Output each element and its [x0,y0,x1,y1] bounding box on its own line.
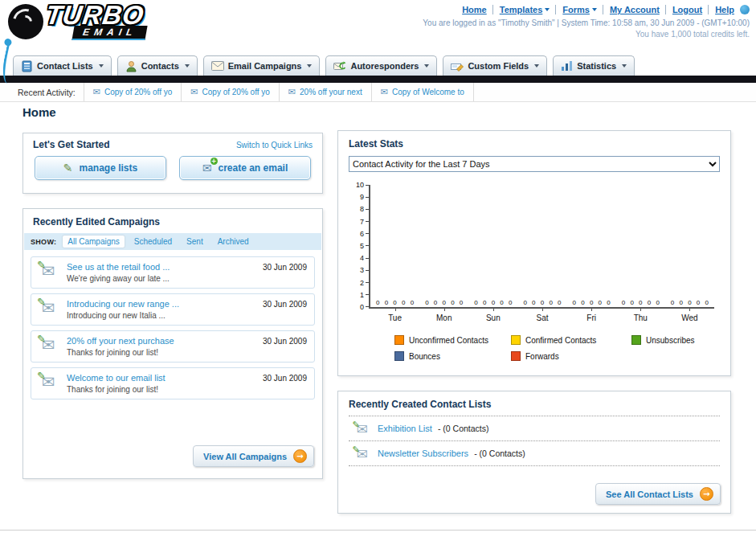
legend-item: Forwards [511,351,631,361]
nav-tab-contact-lists[interactable]: Contact Lists [13,55,112,76]
stats-period-select[interactable]: Contact Activity for the Last 7 Days [349,156,720,172]
chart-value-labels: 0 0 0 0 0 [468,299,517,306]
campaign-title-link[interactable]: Introducing our new range ... [67,299,251,309]
chevron-down-icon [592,8,597,11]
chart-bar-group: 0 0 0 0 0 [370,185,419,307]
email-campaigns-icon [211,61,224,71]
recent-activity-item[interactable]: ✉ Copy of 20% off yo [84,83,182,101]
legend-item: Confirmed Contacts [511,335,631,345]
chart-x-axis: TueMonSunSatFriThuWed [370,309,714,322]
contact-list-count: - (0 Contacts) [474,449,525,458]
email-icon: ✉ [190,87,198,97]
contact-list-link[interactable]: Exhibition List [378,424,432,433]
recent-campaigns-title: Recently Edited Campaigns [23,209,322,233]
chevron-down-icon [622,64,627,68]
campaign-row[interactable]: ✉✎ See us at the retail food ... We're g… [31,256,315,289]
legend-label: Unsubscribes [646,336,695,345]
campaign-subtitle: Introducing our new Italia ... [67,311,251,320]
campaign-date: 30 Jun 2009 [263,300,307,309]
recent-activity-item[interactable]: ✉ 20% off your next [279,83,371,101]
page-title: Home [22,105,56,119]
recent-activity-item[interactable]: ✉ Copy of 20% off yo [181,83,279,101]
create-email-button[interactable]: ✉+ create an email [179,156,311,180]
recent-activity-bar: Recent Activity: ✉ Copy of 20% off yo ✉ … [0,83,756,102]
campaign-filter-tab[interactable]: All Campaigns [63,236,124,248]
nav-tab-email-campaigns[interactable]: Email Campaigns [203,55,321,76]
main-nav: Contact Lists Contacts Email Campaigns A… [13,55,635,76]
switch-quick-links-link[interactable]: Switch to Quick Links [236,141,313,150]
manage-lists-button[interactable]: ✎ manage lists [35,156,166,180]
recent-activity-link[interactable]: 20% off your next [300,88,362,96]
nav-tab-custom-fields[interactable]: Custom Fields [443,55,547,76]
top-nav-link[interactable]: Forms [555,5,597,14]
get-started-panel: Let's Get Started Switch to Quick Links … [22,133,323,194]
view-all-campaigns-button[interactable]: View All Campaigns → [193,445,314,467]
contacts-icon [125,60,137,72]
nav-tab-autoresponders[interactable]: Autoresponders [325,55,437,76]
latest-stats-panel: Latest Stats Contact Activity for the La… [337,130,731,376]
campaign-title-link[interactable]: Welcome to our email list [67,373,251,383]
chart-value-labels: 0 0 0 0 0 [517,299,566,306]
chart-plot-area: 0 0 0 0 00 0 0 0 00 0 0 0 00 0 0 0 00 0 … [369,185,714,309]
campaign-date: 30 Jun 2009 [263,337,307,346]
top-nav-link[interactable]: Home [462,5,487,14]
nav-tab-label: Contact Lists [37,61,93,71]
campaign-filter-tab[interactable]: Sent [182,236,208,248]
campaign-date: 30 Jun 2009 [263,263,307,272]
recent-activity-link[interactable]: Copy of 20% off yo [202,88,270,96]
legend-item: Bounces [394,351,511,361]
campaign-filter-tab[interactable]: Scheduled [129,236,177,248]
chart-x-label: Sun [468,309,517,322]
contact-list-item: ✉✎ Exhibition List - (0 Contacts) [349,416,720,440]
campaign-title-link[interactable]: See us at the retail food ... [67,262,251,272]
top-nav-link-label: Forms [562,5,590,14]
top-nav-link[interactable]: My Account [603,5,660,14]
recent-activity-link[interactable]: Copy of Welcome to [392,88,464,96]
campaign-filter-tabs: All Campaigns Scheduled Sent Archived [63,236,253,248]
show-label: SHOW: [31,238,56,246]
pencil-icon: ✎ [63,162,73,174]
chart-bar-group: 0 0 0 0 0 [517,185,566,307]
chart-value-labels: 0 0 0 0 0 [419,299,468,306]
help-bubble-icon[interactable] [740,5,750,14]
header-right: Home Templates Forms My Account Logout H… [423,5,750,39]
recent-activity-link[interactable]: Copy of 20% off yo [104,88,172,96]
contact-lists: ✉✎ Exhibition List - (0 Contacts) ✉✎ New… [349,416,720,466]
nav-tab-label: Custom Fields [468,61,529,71]
chevron-down-icon [185,64,190,68]
see-all-contact-lists-button[interactable]: See All Contact Lists → [595,483,721,505]
campaign-title-link[interactable]: 20% off your next purchase [67,336,251,346]
nav-tab-statistics[interactable]: Statistics [553,55,635,76]
chart-bar-group: 0 0 0 0 0 [665,185,714,307]
email-plus-icon: ✉+ [202,162,212,174]
legend-label: Bounces [409,352,440,361]
legend-swatch [394,351,404,361]
arrow-circle-icon: → [700,487,713,501]
campaign-edit-icon: ✉✎ [40,264,61,281]
get-started-header: Let's Get Started Switch to Quick Links [23,133,322,154]
contact-lists-icon [21,60,33,72]
campaign-row[interactable]: ✉✎ 20% off your next purchase Thanks for… [31,330,315,363]
top-nav-link[interactable]: Help [708,5,734,14]
nav-underline-bar [0,76,756,83]
nav-tab-contacts[interactable]: Contacts [117,55,198,76]
campaign-date: 30 Jun 2009 [263,374,307,383]
contact-list-link[interactable]: Newsletter Subscribers [378,449,468,458]
campaign-row[interactable]: ✉✎ Introducing our new range ... Introdu… [31,293,315,326]
app-logo: TURBO EMAIL [8,3,146,40]
chevron-down-icon [99,64,104,68]
chart-legend: Unconfirmed Contacts Confirmed Contacts … [394,335,721,361]
recent-activity-item[interactable]: ✉ Copy of Welcome to [371,83,474,101]
campaign-filter-tab[interactable]: Archived [213,236,254,248]
top-nav-link[interactable]: Templates [492,5,550,14]
chart-y-axis: 109876543210 [349,185,369,307]
campaign-row[interactable]: ✉✎ Welcome to our email list Thanks for … [31,367,315,399]
edit-list-icon: ✉✎ [355,424,373,439]
legend-label: Confirmed Contacts [525,336,596,345]
logo-secondary: EMAIL [72,26,148,40]
nav-tab-label: Contacts [141,61,179,71]
top-nav-link[interactable]: Logout [665,5,702,14]
legend-swatch [511,351,521,361]
recent-campaigns-panel: Recently Edited Campaigns SHOW: All Camp… [22,208,323,479]
legend-swatch [511,335,521,345]
